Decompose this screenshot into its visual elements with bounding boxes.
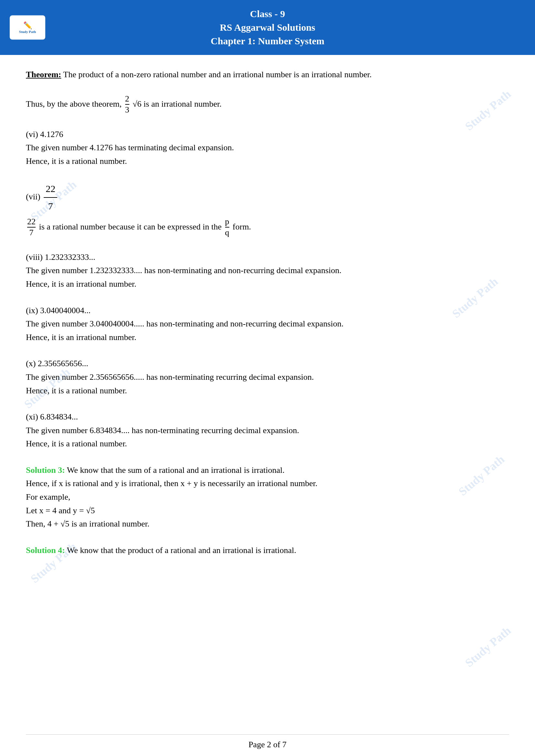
section-viii-line1: The given number 1.232332333.... has non… [26,264,509,277]
section-xi: (xi) 6.834834... The given number 6.8348… [26,410,509,450]
numerator-2: 2 [125,94,129,105]
section-vii: (vii) 22 7 22 7 is a rational number bec… [26,181,509,237]
section-vii-body: 22 7 is a rational number because it can… [26,217,509,237]
solution3-label: Solution 3: [26,466,65,475]
solution3-first-line: Solution 3: We know that the sum of a ra… [26,464,509,477]
page-number: Page 2 of 7 [248,740,287,749]
section-ix: (ix) 3.040040004... The given number 3.0… [26,304,509,344]
logo: ✏️ Study Path [10,15,45,40]
section-ix-line2: Hence, it is an irrational number. [26,331,509,344]
denominator-3: 3 [125,105,129,115]
theorem-text: The product of a non-zero rational numbe… [61,70,372,79]
solution3-text: We know that the sum of a rational and a… [65,466,285,475]
sqrt6: √6 [133,99,141,108]
numerator-p: p [225,217,229,228]
section-vii-text1: is a rational number because it can be e… [39,222,224,231]
section-vi: (vi) 4.1276 The given number 4.1276 has … [26,128,509,168]
numerator-22-inline: 22 [27,217,36,228]
fraction-2-3: 2 3 [125,94,129,115]
page-container: Study Path Study Path Study Path Study P… [0,0,535,756]
solution3-line2: For example, [26,490,509,504]
thus-end: is an irrational number. [144,99,222,108]
header-chapter: Chapter 1: Number System [7,34,528,48]
page-footer: Page 2 of 7 [0,734,535,749]
sqrt5-2: √5 [61,519,69,528]
section-xi-line1: The given number 6.834834.... has non-te… [26,424,509,437]
denominator-q: q [225,228,229,237]
page-header: ✏️ Study Path Class - 9 RS Aggarwal Solu… [0,0,535,55]
main-content: Theorem: The product of a non-zero ratio… [0,55,535,594]
section-vi-line1: The given number 4.1276 has terminating … [26,141,509,154]
thus-text: Thus, by the above theorem, [26,99,122,108]
denominator-7-display: 7 [46,198,55,214]
section-vii-label: (vii) [26,192,41,202]
section-xi-line2: Hence, it is a rational number. [26,437,509,450]
theorem-block: Theorem: The product of a non-zero ratio… [26,68,509,81]
section-x-label: (x) 2.356565656... [26,357,509,370]
solution4-text: We know that the product of a rational a… [65,546,296,555]
section-ix-label: (ix) 3.040040004... [26,304,509,317]
solution3-block: Solution 3: We know that the sum of a ra… [26,464,509,531]
numerator-22: 22 [44,181,57,198]
watermark-7: Study Path [462,624,513,670]
section-x-line1: The given number 2.356565656..... has no… [26,370,509,384]
solution3-then: Then, 4 + [26,519,61,528]
solution3-irrational: is an irrational number. [69,519,150,528]
denominator-7-inline: 7 [29,228,34,237]
sqrt5: √5 [86,506,95,515]
section-vii-header: (vii) 22 7 [26,181,509,214]
solution4-label: Solution 4: [26,546,65,555]
section-xi-label: (xi) 6.834834... [26,410,509,424]
solution3-let-x: Let x = 4 and y = [26,506,86,515]
logo-text: Study Path [19,29,36,34]
section-x: (x) 2.356565656... The given number 2.35… [26,357,509,397]
section-vi-label: (vi) 4.1276 [26,128,509,141]
fraction-p-q: p q [225,217,229,237]
logo-icon: ✏️ [23,21,32,29]
fraction-22-7-display: 22 7 [44,181,57,214]
thus-line: Thus, by the above theorem, 2 3 √6 is an… [26,94,509,115]
section-vi-line2: Hence, it is a rational number. [26,154,509,168]
section-viii: (viii) 1.232332333... The given number 1… [26,251,509,291]
solution3-line3: Let x = 4 and y = √5 [26,504,509,518]
fraction-22-7-inline: 22 7 [27,217,36,237]
section-ix-line1: The given number 3.040040004..... has no… [26,317,509,331]
solution4-block: Solution 4: We know that the product of … [26,544,509,557]
section-viii-label: (viii) 1.232332333... [26,251,509,264]
theorem-label: Theorem: [26,70,61,79]
section-x-line2: Hence, it is a rational number. [26,384,509,397]
header-book: RS Aggarwal Solutions [7,21,528,34]
footer-divider [26,734,509,735]
solution3-line1: Hence, if x is rational and y is irratio… [26,477,509,490]
section-viii-line2: Hence, it is an irrational number. [26,277,509,291]
header-class: Class - 9 [7,7,528,21]
solution3-line4: Then, 4 + √5 is an irrational number. [26,517,509,531]
section-vii-form: form. [233,222,251,231]
